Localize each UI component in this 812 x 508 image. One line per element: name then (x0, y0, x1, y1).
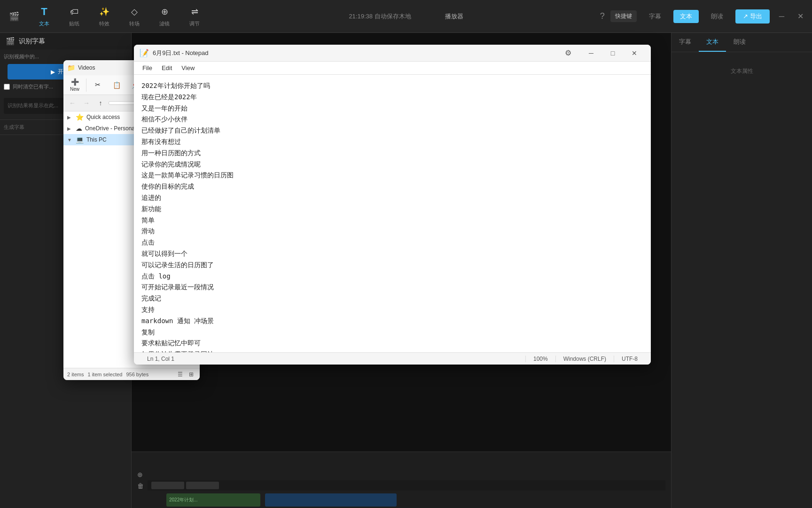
player-label: 播放器 (445, 12, 463, 21)
export-icon: ↗ (743, 13, 748, 20)
panel-header: 🎬 识别字幕 (0, 33, 131, 49)
home-icon: 🎬 (8, 10, 21, 23)
text-label: 文本 (39, 20, 49, 27)
timeline-split-icon[interactable]: ⊕ (137, 471, 144, 478)
timeline-clip-1: 2022年计划... (166, 493, 260, 507)
cut-icon: ✂ (95, 81, 101, 88)
onedrive-label: OneDrive - Persona... (85, 125, 140, 132)
tab-subtitle[interactable]: 字幕 (642, 10, 668, 23)
panel-title-label: 识别字幕 (19, 37, 45, 46)
view-list-btn[interactable]: ☰ (175, 370, 185, 379)
quick-access-icon: ⭐ (76, 113, 84, 121)
filter-label: 滤镜 (159, 20, 170, 27)
new-item-label: New (70, 87, 79, 92)
notepad-menubar: File Edit View (134, 62, 651, 75)
notepad-line: 点击 (141, 237, 643, 248)
notepad-line: markdown 通知 冲场景 (141, 316, 643, 327)
nav-up-btn[interactable]: ↑ (94, 97, 107, 109)
notepad-window: 📝 6月9日.txt - Notepad ⚙ ─ □ ✕ File Edit V… (134, 45, 651, 365)
timeline-area: ⊕ 🗑 100... 00:01 2022年计划... (132, 452, 671, 508)
right-panel: 字幕 文本 朗读 文本属性 (671, 33, 812, 508)
ribbon-divider-1 (86, 79, 86, 92)
clip-label: 2022年计划... (169, 497, 198, 503)
notepad-line: 这是一款简单记录习惯的日历图 (141, 170, 643, 181)
toolbar-text[interactable]: T 文本 (35, 5, 54, 27)
chevron-quick-access: ▶ (67, 115, 73, 120)
right-panel-empty: 文本属性 (677, 67, 806, 75)
notepad-close-btn[interactable]: ✕ (624, 45, 645, 62)
notepad-line: 完成记 (141, 293, 643, 304)
notepad-line: 用一种日历图的方式 (141, 148, 643, 159)
status-size: 956 bytes (126, 372, 148, 377)
right-tab-text[interactable]: 文本 (699, 33, 726, 52)
timeline-thumb-2 (186, 482, 219, 489)
notepad-line: 滑动 (141, 226, 643, 237)
clear-label: 同时清空已有字... (13, 83, 53, 90)
thispc-icon: 💻 (76, 136, 84, 143)
help-icon[interactable]: ? (600, 11, 605, 21)
status-items: 2 items (67, 372, 84, 377)
rec-area-label: 识别视频中的... (4, 53, 127, 60)
nav-back-btn[interactable]: ← (66, 97, 78, 109)
copy-icon: 📋 (113, 81, 121, 89)
notepad-line: 简单 (141, 215, 643, 226)
notepad-line: 点击 log (141, 271, 643, 282)
view-grid-btn[interactable]: ⊞ (187, 370, 196, 379)
quick-access-label: Quick access (86, 114, 120, 120)
explorer-title: Videos (78, 64, 128, 71)
right-tabs-container: 字幕 文本 朗读 (671, 33, 812, 52)
menu-edit[interactable]: Edit (157, 63, 177, 73)
notepad-line-endings: Windows (CRLF) (556, 356, 614, 362)
toolbar-adjust[interactable]: ⇌ 调节 (185, 5, 204, 27)
notepad-titlebar: 📝 6月9日.txt - Notepad ⚙ ─ □ ✕ (134, 45, 651, 62)
timeline-clip-2 (265, 493, 397, 507)
notepad-line: 使你的目标的完成 (141, 181, 643, 192)
notepad-line: 相信不少小伙伴 (141, 114, 643, 125)
export-button[interactable]: ↗ 导出 (735, 9, 770, 24)
explorer-app-icon: 📁 (67, 64, 75, 71)
nav-forward-btn[interactable]: → (80, 97, 93, 109)
menu-file[interactable]: File (138, 63, 157, 73)
toolbar-sticker[interactable]: 🏷 贴纸 (65, 5, 84, 27)
toolbar-left: 🎬 T 文本 🏷 贴纸 ✨ 特效 ◇ 转场 ⊕ 滤镜 ⇌ 调节 (5, 5, 349, 27)
toolbar-transition[interactable]: ◇ 转场 (125, 5, 144, 27)
right-tab-read[interactable]: 朗读 (726, 33, 753, 52)
toolbar-home[interactable]: 🎬 (5, 10, 23, 23)
right-tab-subtitle[interactable]: 字幕 (671, 33, 699, 52)
menu-view[interactable]: View (177, 63, 199, 73)
chevron-thispc: ▼ (67, 137, 73, 143)
timeline-delete-icon[interactable]: 🗑 (137, 482, 144, 490)
editor-close-btn[interactable]: ✕ (794, 10, 807, 23)
notepad-line: 如果你认为需要登录网站 (141, 349, 643, 352)
notepad-maximize-btn[interactable]: □ (602, 45, 624, 62)
adjust-icon: ⇌ (188, 5, 201, 18)
notepad-line: 又是一年的开始 (141, 103, 643, 114)
onedrive-icon: ☁ (76, 125, 82, 132)
notepad-minimize-btn[interactable]: ─ (580, 45, 602, 62)
notepad-line: 2022年计划你开始了吗 (141, 80, 643, 92)
text-icon: T (38, 5, 51, 18)
editor-minimize-btn[interactable]: ─ (775, 10, 788, 23)
transition-icon: ◇ (128, 5, 141, 18)
notepad-line: 要求粘贴记忆中即可 (141, 338, 643, 349)
top-toolbar: 🎬 T 文本 🏷 贴纸 ✨ 特效 ◇ 转场 ⊕ 滤镜 ⇌ 调节 21:19:38… (0, 0, 812, 33)
ribbon-new-item[interactable]: ➕ New (67, 77, 82, 93)
transition-label: 转场 (129, 20, 140, 27)
toolbar-effects[interactable]: ✨ 特效 (95, 5, 114, 27)
adjust-label: 调节 (189, 20, 200, 27)
new-item-icon: ➕ (71, 78, 79, 86)
recognize-icon: ▶ (51, 69, 55, 75)
ribbon-copy-item[interactable]: 📋 (109, 80, 124, 90)
notepad-statusbar: Ln 1, Col 1 100% Windows (CRLF) UTF-8 (134, 352, 651, 365)
notepad-line: 现在已经是2022年 (141, 92, 643, 103)
notepad-title: 6月9日.txt - Notepad (153, 49, 556, 57)
keyboard-shortcut-btn[interactable]: 快捷键 (610, 10, 637, 22)
ribbon-cut-item[interactable]: ✂ (90, 80, 105, 90)
notepad-zoom: 100% (526, 356, 556, 362)
clear-checkbox[interactable] (4, 84, 10, 90)
toolbar-filter[interactable]: ⊕ 滤镜 (155, 5, 174, 27)
notepad-settings-btn[interactable]: ⚙ (560, 45, 577, 62)
tab-text[interactable]: 文本 (673, 10, 699, 23)
tab-read[interactable]: 朗读 (704, 10, 730, 23)
notepad-content-area[interactable]: 2022年计划你开始了吗现在已经是2022年又是一年的开始相信不少小伙伴已经做好… (134, 75, 651, 352)
